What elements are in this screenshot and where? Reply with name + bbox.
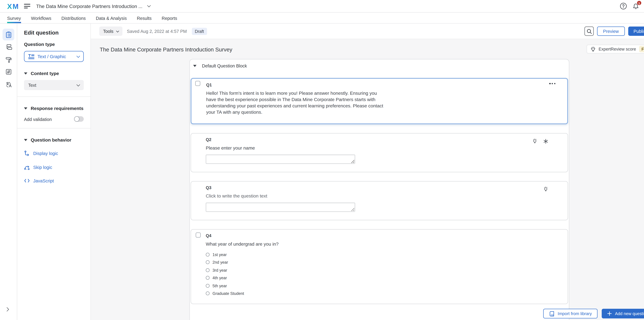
expert-review-label: ExpertReview score <box>599 47 636 52</box>
question-checkbox[interactable] <box>195 81 200 86</box>
default-question-block: Default Question Block Q1 Hello! This fo… <box>189 59 569 320</box>
choice-label: 2nd year <box>212 260 228 264</box>
radio-icon[interactable] <box>206 268 210 272</box>
content-type-value: Text <box>28 83 36 88</box>
main-area: Tools Saved Aug 2, 2022 at 4:57 PM Draft… <box>91 24 644 320</box>
choice-row[interactable]: 3rd year <box>206 266 561 274</box>
tools-button[interactable]: Tools <box>99 27 122 36</box>
text-graphic-icon <box>28 54 34 59</box>
expert-review-score-badge: Fair <box>639 46 644 52</box>
radio-icon[interactable] <box>206 260 210 264</box>
question-card-q2[interactable]: Q2 <box>190 133 568 172</box>
expert-review-lightbulb-icon[interactable] <box>532 138 537 146</box>
tab-reports[interactable]: Reports <box>162 13 177 23</box>
choice-row[interactable]: 5th year <box>206 282 561 289</box>
expert-review-panel[interactable]: ExpertReview score Fair <box>586 45 644 54</box>
tab-results[interactable]: Results <box>137 13 152 23</box>
import-from-library-button[interactable]: Import from library <box>544 309 598 318</box>
lightbulb-icon <box>590 46 596 52</box>
help-icon[interactable] <box>620 3 627 10</box>
question-menu-ellipsis-icon[interactable] <box>549 83 556 84</box>
survey-options-icon[interactable] <box>2 66 14 78</box>
primary-tabs: Survey Workflows Distributions Data & An… <box>0 13 644 24</box>
block-collapse-triangle-icon[interactable] <box>193 65 196 67</box>
question-text[interactable]: Hello! This form's intent is to learn mo… <box>206 90 387 115</box>
radio-icon[interactable] <box>206 252 210 256</box>
question-id: Q2 <box>206 137 561 142</box>
collapse-triangle-icon <box>24 139 27 141</box>
content-type-select[interactable]: Text <box>24 80 84 90</box>
question-checkbox[interactable] <box>196 232 201 237</box>
top-bar: XM The Data Mine Corporate Partners Intr… <box>0 0 644 13</box>
content-type-chevron-icon <box>76 83 80 87</box>
look-and-feel-icon[interactable] <box>2 54 14 65</box>
answer-text-input[interactable] <box>206 155 355 164</box>
question-id: Q4 <box>206 233 561 238</box>
survey-title: The Data Mine Corporate Partners Introdu… <box>100 46 232 53</box>
tools-label: Tools <box>103 29 113 34</box>
add-validation-toggle[interactable] <box>74 116 84 122</box>
response-requirements-section-header[interactable]: Response requirements <box>24 106 84 111</box>
javascript-link[interactable]: JavaScript <box>24 178 84 183</box>
radio-icon[interactable] <box>206 292 210 295</box>
notifications-bell-icon[interactable]: 1 <box>632 3 639 10</box>
tab-data-analysis[interactable]: Data & Analysis <box>96 13 127 23</box>
add-new-question-button[interactable]: Add new question <box>602 309 644 318</box>
skip-logic-icon <box>24 164 30 170</box>
question-card-q1[interactable]: Q1 Hello! This form's intent is to learn… <box>190 78 568 124</box>
forced-response-star-icon[interactable] <box>543 138 548 146</box>
search-button[interactable] <box>584 27 594 36</box>
choice-row[interactable]: Graduate Student <box>206 289 561 297</box>
choice-row[interactable]: 1st year <box>206 251 561 258</box>
expert-review-lightbulb-icon[interactable] <box>543 186 548 194</box>
choice-label: 3rd year <box>212 268 227 272</box>
tab-survey[interactable]: Survey <box>7 13 21 23</box>
question-text[interactable]: What year of undergrad are you in? <box>206 241 387 247</box>
expand-rail-chevron-icon[interactable] <box>6 305 8 312</box>
question-behavior-section-header[interactable]: Question behavior <box>24 137 84 142</box>
saved-status: Saved Aug 2, 2022 at 4:57 PM <box>127 29 187 34</box>
question-text[interactable]: Click to write the question text <box>206 193 387 199</box>
content-type-section-header[interactable]: Content type <box>24 71 84 76</box>
block-title[interactable]: Default Question Block <box>202 63 247 68</box>
block-bottom-collapse-icon[interactable] <box>193 319 196 320</box>
plus-icon <box>608 311 612 316</box>
choice-row[interactable]: 2nd year <box>206 258 561 266</box>
title-chevron-down-icon[interactable] <box>147 4 151 7</box>
preview-button[interactable]: Preview <box>597 27 625 36</box>
display-logic-link[interactable]: Display logic <box>24 150 84 156</box>
import-from-library-label: Import from library <box>558 311 592 316</box>
radio-icon[interactable] <box>206 284 210 287</box>
publish-button[interactable]: Publish <box>628 27 644 36</box>
question-type-value: Text / Graphic <box>38 54 66 59</box>
choice-row[interactable]: 4th year <box>206 274 561 282</box>
tab-workflows[interactable]: Workflows <box>31 13 52 23</box>
tools-chevron-icon <box>116 29 119 32</box>
javascript-label: JavaScript <box>33 178 54 183</box>
menu-icon[interactable] <box>24 4 30 8</box>
choice-label: 4th year <box>212 275 227 280</box>
survey-builder-icon[interactable] <box>2 29 14 40</box>
answer-text-input[interactable] <box>206 203 355 212</box>
question-text[interactable]: Please enter your name <box>206 145 387 151</box>
search-icon <box>586 29 592 34</box>
top-bar-actions: 1 N <box>620 3 644 10</box>
question-id: Q3 <box>206 185 561 190</box>
window-survey-title: The Data Mine Corporate Partners Introdu… <box>36 4 142 9</box>
choice-list: 1st year 2nd year 3rd year 4th year 5th … <box>206 251 561 297</box>
translations-icon[interactable] <box>2 78 14 90</box>
question-card-q4[interactable]: Q4 What year of undergrad are you in? 1s… <box>190 229 568 304</box>
radio-icon[interactable] <box>206 276 210 280</box>
question-type-select[interactable]: Text / Graphic <box>24 51 84 62</box>
collapse-triangle-icon <box>24 107 27 109</box>
divider <box>17 128 90 128</box>
collapse-triangle-icon <box>24 72 27 74</box>
survey-canvas: The Data Mine Corporate Partners Introdu… <box>91 39 644 320</box>
survey-flow-icon[interactable] <box>2 41 14 53</box>
question-behavior-label: Question behavior <box>31 137 71 142</box>
skip-logic-link[interactable]: Skip logic <box>24 164 84 170</box>
question-card-q3[interactable]: Q3 Click to write the question text <box>190 181 568 220</box>
tab-distributions[interactable]: Distributions <box>62 13 86 23</box>
xm-logo: XM <box>7 2 18 10</box>
divider <box>17 96 90 97</box>
